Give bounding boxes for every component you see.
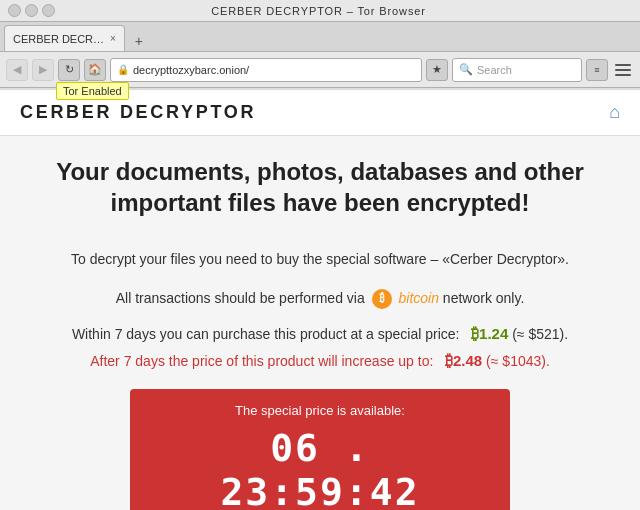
menu-icon bbox=[615, 64, 631, 66]
search-input[interactable]: 🔍 Search bbox=[452, 58, 582, 82]
countdown-time-value: 23:59:42 bbox=[220, 470, 419, 510]
price-btc: ₿1.24 bbox=[471, 325, 508, 342]
search-icon: 🔍 bbox=[459, 63, 473, 76]
bookmark-button[interactable]: ★ bbox=[426, 59, 448, 81]
page-body: Your documents, photos, databases and ot… bbox=[20, 136, 620, 510]
back-button[interactable]: ◀ bbox=[6, 59, 28, 81]
home-icon: 🏠 bbox=[88, 63, 102, 76]
price-usd2: (≈ $1043). bbox=[486, 353, 550, 369]
tab-label: CERBER DECR… bbox=[13, 33, 104, 45]
countdown-separator1: . bbox=[345, 426, 370, 470]
reader-button[interactable]: ≡ bbox=[586, 59, 608, 81]
after7-prefix: After 7 days the price of this product w… bbox=[90, 353, 433, 369]
paragraph-2: All transactions should be performed via… bbox=[50, 287, 590, 309]
title-bar: CERBER DECRYPTOR – Tor Browser bbox=[0, 0, 640, 22]
home-button[interactable]: 🏠 bbox=[84, 59, 106, 81]
reader-icon: ≡ bbox=[594, 65, 599, 75]
close-button[interactable] bbox=[42, 4, 55, 17]
minimize-button[interactable] bbox=[8, 4, 21, 17]
page-content: CERBER DECRYPTOR ⌂ Your documents, photo… bbox=[0, 88, 640, 510]
countdown-days: 06 bbox=[270, 426, 320, 470]
countdown-timer: 06 . 23:59:42 bbox=[160, 426, 480, 510]
para2-suffix: network only. bbox=[443, 290, 524, 306]
back-icon: ◀ bbox=[13, 63, 21, 76]
url-text: decrypttozxybarc.onion/ bbox=[133, 64, 249, 76]
para1-text: To decrypt your files you need to buy th… bbox=[71, 251, 569, 267]
tab-close-button[interactable]: × bbox=[110, 33, 116, 44]
countdown-box: The special price is available: 06 . 23:… bbox=[130, 389, 510, 510]
forward-button[interactable]: ▶ bbox=[32, 59, 54, 81]
para2-prefix: All transactions should be performed via bbox=[116, 290, 365, 306]
lock-icon: 🔒 bbox=[117, 64, 129, 75]
site-title: CERBER DECRYPTOR bbox=[20, 102, 256, 123]
tab-bar: CERBER DECR… × + bbox=[0, 22, 640, 52]
bitcoin-label: bitcoin bbox=[399, 290, 439, 306]
tor-enabled-tooltip: Tor Enabled bbox=[56, 82, 129, 100]
bitcoin-logo: ₿ bbox=[372, 289, 392, 309]
price-line: Within 7 days you can purchase this prod… bbox=[50, 325, 590, 342]
forward-icon: ▶ bbox=[39, 63, 47, 76]
url-bar[interactable]: 🔒 decrypttozxybarc.onion/ bbox=[110, 58, 422, 82]
after7-line: After 7 days the price of this product w… bbox=[50, 352, 590, 369]
menu-button[interactable] bbox=[612, 59, 634, 81]
price-usd: (≈ $521). bbox=[512, 326, 568, 342]
search-placeholder: Search bbox=[477, 64, 512, 76]
paragraph-1: To decrypt your files you need to buy th… bbox=[50, 248, 590, 270]
window-title: CERBER DECRYPTOR – Tor Browser bbox=[55, 5, 582, 17]
maximize-button[interactable] bbox=[25, 4, 38, 17]
bookmark-icon: ★ bbox=[432, 63, 442, 76]
refresh-icon: ↻ bbox=[65, 63, 74, 76]
menu-icon bbox=[615, 74, 631, 76]
price-btc2: ₿2.48 bbox=[445, 352, 482, 369]
para3-prefix: Within 7 days you can purchase this prod… bbox=[72, 326, 460, 342]
main-heading: Your documents, photos, databases and ot… bbox=[50, 156, 590, 218]
new-tab-button[interactable]: + bbox=[129, 31, 149, 51]
browser-tab[interactable]: CERBER DECR… × bbox=[4, 25, 125, 51]
countdown-label: The special price is available: bbox=[160, 403, 480, 418]
page-home-icon[interactable]: ⌂ bbox=[609, 102, 620, 123]
menu-icon bbox=[615, 69, 631, 71]
window-controls[interactable] bbox=[8, 4, 55, 17]
nav-bar: ◀ ▶ ↻ 🏠 🔒 decrypttozxybarc.onion/ ★ 🔍 Se… bbox=[0, 52, 640, 88]
refresh-button[interactable]: ↻ bbox=[58, 59, 80, 81]
